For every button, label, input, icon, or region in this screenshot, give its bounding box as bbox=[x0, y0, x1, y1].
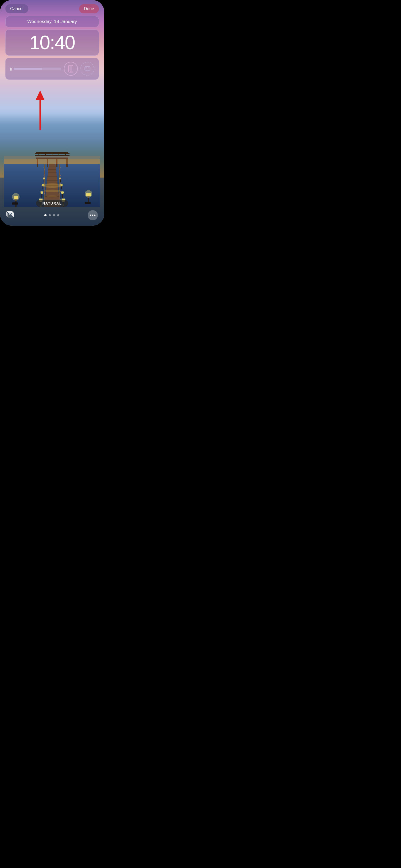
dot-3 bbox=[53, 214, 55, 216]
svg-rect-51 bbox=[60, 179, 61, 182]
svg-rect-29 bbox=[35, 155, 69, 156]
progress-bar-container: ▮ bbox=[10, 67, 61, 71]
widgets-area: Wednesday, 18 January 10:40 ▮ bbox=[5, 16, 99, 80]
filter-label: NATURAL bbox=[36, 200, 68, 207]
svg-rect-76 bbox=[70, 71, 72, 72]
svg-rect-52 bbox=[59, 178, 61, 180]
red-arrow-indicator bbox=[33, 88, 47, 132]
svg-point-66 bbox=[12, 193, 20, 200]
phone-widget-icon[interactable] bbox=[64, 62, 78, 76]
top-bar: Cancel Done bbox=[0, 0, 104, 18]
svg-rect-44 bbox=[43, 178, 44, 180]
svg-rect-47 bbox=[62, 194, 63, 198]
date-widget[interactable]: Wednesday, 18 January bbox=[5, 16, 99, 27]
svg-point-56 bbox=[61, 191, 64, 194]
svg-rect-78 bbox=[85, 67, 87, 68]
svg-point-63 bbox=[47, 195, 58, 197]
svg-point-55 bbox=[40, 191, 43, 194]
svg-point-70 bbox=[85, 190, 92, 197]
dot-2 bbox=[49, 214, 51, 216]
bottom-controls: ••• bbox=[0, 210, 104, 220]
svg-rect-86 bbox=[8, 213, 13, 217]
date-text: Wednesday, 18 January bbox=[27, 19, 77, 24]
phone-screen: Cancel Done Wednesday, 18 January 10:40 … bbox=[0, 0, 104, 226]
svg-rect-43 bbox=[43, 179, 44, 182]
time-text: 10:40 bbox=[29, 32, 75, 53]
svg-marker-84 bbox=[36, 90, 44, 100]
progress-fill bbox=[13, 68, 42, 70]
svg-point-61 bbox=[41, 183, 63, 188]
dot-1 bbox=[44, 214, 47, 216]
transit-widget-icon[interactable] bbox=[81, 62, 94, 76]
svg-rect-39 bbox=[41, 194, 42, 198]
svg-rect-79 bbox=[88, 67, 90, 68]
gallery-button[interactable] bbox=[6, 211, 16, 220]
svg-rect-73 bbox=[4, 159, 100, 164]
dot-4 bbox=[57, 214, 59, 216]
page-dots bbox=[44, 214, 59, 216]
svg-rect-75 bbox=[69, 66, 72, 71]
cancel-button[interactable]: Cancel bbox=[5, 4, 28, 13]
done-button[interactable]: Done bbox=[79, 4, 99, 13]
progress-track bbox=[13, 68, 61, 70]
widget-bar[interactable]: ▮ bbox=[5, 58, 99, 80]
bottom-bar: NATURAL ••• bbox=[0, 200, 104, 220]
battery-small-icon: ▮ bbox=[10, 67, 12, 71]
svg-point-89 bbox=[9, 213, 10, 214]
svg-point-62 bbox=[44, 190, 60, 192]
svg-point-81 bbox=[89, 70, 90, 71]
svg-point-80 bbox=[85, 70, 86, 71]
time-widget[interactable]: 10:40 bbox=[5, 29, 99, 56]
pier-image bbox=[4, 111, 100, 207]
more-options-button[interactable]: ••• bbox=[88, 210, 98, 220]
